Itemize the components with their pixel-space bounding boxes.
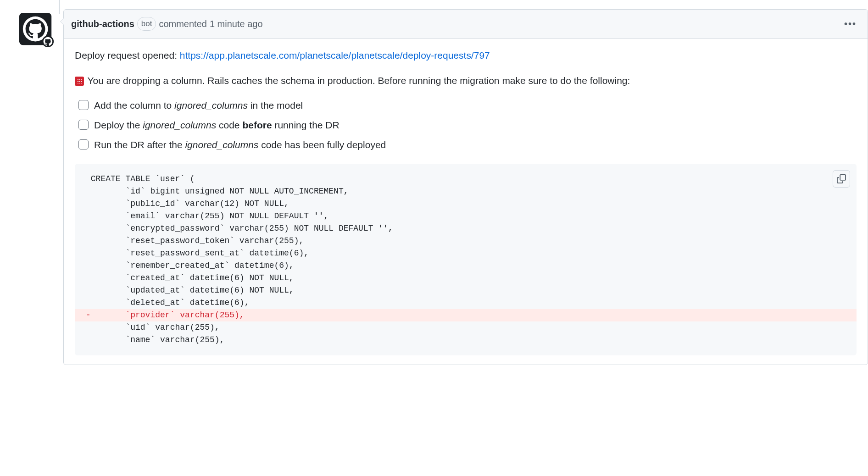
code-line: `public_id` varchar(12) NOT NULL, — [75, 198, 857, 210]
rotating-light-icon — [75, 77, 84, 86]
warning-text: You are dropping a column. Rails caches … — [85, 75, 630, 86]
deploy-request-link[interactable]: https://app.planetscale.com/planetscale/… — [180, 50, 490, 61]
copy-icon — [837, 174, 846, 183]
task-item: Run the DR after the ignored_columns cod… — [78, 137, 857, 153]
kebab-menu-icon[interactable]: ••• — [840, 15, 860, 33]
comment-arrow — [60, 18, 64, 25]
warning-paragraph: You are dropping a column. Rails caches … — [75, 73, 857, 89]
task-checkbox[interactable] — [78, 139, 89, 149]
timeline-line — [59, 0, 60, 14]
task-checkbox[interactable] — [78, 100, 89, 110]
task-list: Add the column to ignored_columns in the… — [75, 98, 857, 153]
task-text: Add the column to ignored_columns in the… — [94, 98, 857, 114]
code-line: `email` varchar(255) NOT NULL DEFAULT ''… — [75, 210, 857, 222]
author-avatar[interactable] — [19, 13, 55, 49]
comment-timestamp[interactable]: 1 minute ago — [210, 17, 263, 31]
intro-paragraph: Deploy request opened: https://app.plane… — [75, 48, 857, 64]
code-block: CREATE TABLE `user` ( `id` bigint unsign… — [75, 164, 857, 355]
code-line: `deleted_at` datetime(6), — [75, 297, 857, 309]
code-line: `id` bigint unsigned NOT NULL AUTO_INCRE… — [75, 185, 857, 198]
code-line: `created_at` datetime(6) NOT NULL, — [75, 272, 857, 284]
task-text: Deploy the ignored_columns code before r… — [94, 117, 857, 133]
comment-body: Deploy request opened: https://app.plane… — [64, 39, 868, 365]
task-item: Deploy the ignored_columns code before r… — [78, 117, 857, 133]
action-text: commented — [159, 17, 207, 31]
code-line: - `provider` varchar(255), — [75, 309, 857, 321]
task-item: Add the column to ignored_columns in the… — [78, 98, 857, 114]
comment-header: github-actions bot commented 1 minute ag… — [64, 10, 868, 39]
code-line: `name` varchar(255), — [75, 334, 857, 346]
author-name[interactable]: github-actions — [71, 17, 134, 31]
task-text: Run the DR after the ignored_columns cod… — [94, 137, 857, 153]
bot-badge: bot — [137, 17, 156, 31]
code-line: CREATE TABLE `user` ( — [75, 173, 857, 185]
code-line: `encrypted_password` varchar(255) NOT NU… — [75, 222, 857, 235]
comment-container: github-actions bot commented 1 minute ag… — [63, 9, 868, 365]
copy-button[interactable] — [833, 170, 850, 188]
code-line: `reset_password_token` varchar(255), — [75, 235, 857, 247]
code-line: `uid` varchar(255), — [75, 321, 857, 334]
code-line: `updated_at` datetime(6) NOT NULL, — [75, 284, 857, 297]
code-line: `remember_created_at` datetime(6), — [75, 260, 857, 272]
intro-text: Deploy request opened: — [75, 50, 180, 61]
github-logo-icon — [19, 13, 55, 49]
code-line: `reset_password_sent_at` datetime(6), — [75, 247, 857, 260]
task-checkbox[interactable] — [78, 120, 89, 130]
